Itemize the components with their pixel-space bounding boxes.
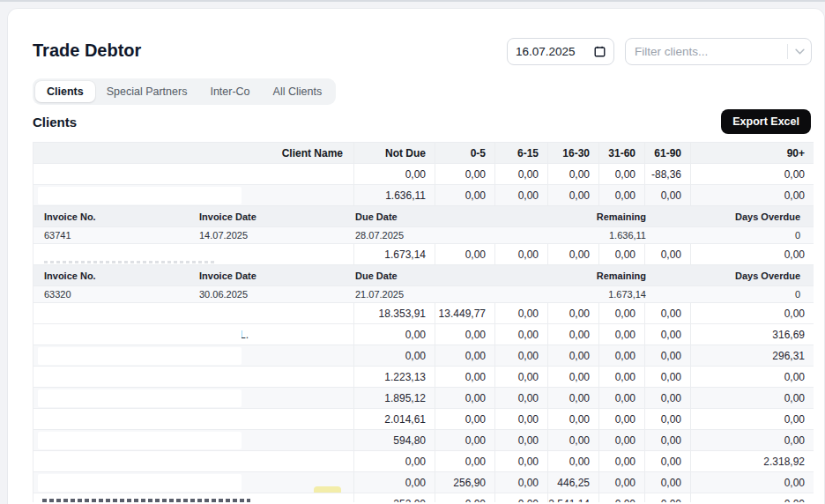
clients-aging-table: Client NameNot Due0-56-1516-3031-6061-90… — [33, 142, 814, 502]
aging-value-cell: 0,00 — [645, 430, 691, 451]
client-row[interactable]: 1.636,110,000,000,000,000,000,00 — [33, 185, 814, 206]
aging-value-cell: 0,00 — [691, 244, 814, 265]
client-row[interactable]: R.L.0,000,000,000,000,000,00316,69 — [33, 324, 814, 345]
section-title: Clients — [33, 115, 77, 130]
invoice-value: 30.06.2025 — [190, 289, 347, 300]
redacted-client-name — [38, 347, 242, 365]
aging-value-cell: 0,00 — [691, 164, 814, 185]
aging-value-cell: 0,00 — [599, 345, 645, 367]
aging-value-cell: 1.895,12 — [354, 388, 435, 409]
aging-value-cell: 0,00 — [645, 472, 691, 493]
export-excel-button[interactable]: Export Excel — [721, 109, 811, 134]
column-header: Not Due — [354, 143, 435, 164]
aging-value-cell: 0,00 — [548, 164, 599, 185]
client-name-cell — [33, 472, 354, 493]
aging-value-cell: 0,00 — [691, 493, 814, 503]
invoice-header-cell: Invoice No.Invoice DateDue DateRemaining… — [33, 265, 814, 286]
aging-value-cell: 0,00 — [645, 367, 691, 388]
aging-value-cell: 2.318,92 — [691, 451, 814, 472]
invoice-value: 1.636,11 — [497, 230, 654, 241]
aging-value-cell: 0,00 — [548, 244, 599, 265]
chevron-down-icon[interactable] — [788, 48, 811, 55]
client-row[interactable]: 0,000,000,000,000,000,00296,31 — [33, 345, 814, 367]
redacted-client-name — [38, 389, 242, 407]
client-row[interactable]: 2.014,610,000,000,000,000,000,00 — [33, 409, 814, 430]
invoice-column-header: Days Overdue — [654, 211, 813, 222]
date-input[interactable]: 16.07.2025 — [507, 38, 614, 65]
page-title: Trade Debtor — [33, 41, 141, 61]
aging-value-cell: 0,00 — [548, 430, 599, 451]
client-name-cell — [33, 409, 354, 430]
aging-value-cell: 296,31 — [691, 345, 814, 367]
client-row[interactable]: 594,800,000,000,000,000,000,00 — [33, 430, 814, 451]
aging-value-cell: 0,00 — [645, 388, 691, 409]
aging-value-cell: 0,00 — [645, 493, 691, 503]
aging-value-cell: 446,25 — [548, 472, 599, 493]
aging-value-cell: 0,00 — [435, 185, 495, 206]
tab-bar: ClientsSpecial PartnersInter-CoAll Clien… — [33, 78, 336, 105]
aging-value-cell: 0,00 — [495, 244, 548, 265]
invoice-header-row: Invoice No.Invoice DateDue DateRemaining… — [33, 265, 814, 286]
invoice-value: 21.07.2025 — [347, 289, 497, 300]
invoice-column-header: Due Date — [347, 271, 497, 281]
invoice-value: 63741 — [33, 230, 190, 241]
aging-value-cell: 316,69 — [691, 324, 814, 345]
aging-value-cell: 0,00 — [691, 472, 814, 493]
client-row[interactable]: 0,00256,900,00446,250,000,000,00 — [33, 472, 814, 493]
aging-value-cell: 0,00 — [495, 345, 548, 367]
aging-value-cell: 0,00 — [599, 185, 645, 206]
redacted-client-name — [38, 474, 242, 492]
client-row[interactable]: 1.673,140,000,000,000,000,000,00 — [33, 244, 814, 265]
redacted-client-name — [38, 453, 242, 471]
client-name-cell — [33, 345, 354, 367]
table-header-row: Client NameNot Due0-56-1516-3031-6061-90… — [33, 143, 814, 164]
invoice-row: 6374114.07.202528.07.20251.636,110 — [33, 227, 814, 244]
invoice-header-grid: Invoice No.Invoice DateDue DateRemaining… — [33, 265, 814, 285]
redacted-client-name — [38, 305, 242, 322]
client-row[interactable]: 1.223,130,000,000,000,000,000,00 — [33, 367, 814, 388]
aging-value-cell: 0,00 — [645, 345, 691, 367]
aging-value-cell: 0,00 — [435, 324, 495, 345]
aging-value-cell: 13.449,77 — [435, 303, 495, 324]
client-row[interactable]: 252,000,000,002.541,140,000,000,00 — [33, 493, 814, 503]
redacted-client-name — [38, 326, 242, 344]
aging-value-cell: 0,00 — [645, 303, 691, 324]
aging-value-cell: 0,00 — [495, 451, 548, 472]
aging-value-cell: 1.636,11 — [354, 185, 435, 206]
client-name-cell — [33, 451, 354, 472]
column-header: Client Name — [33, 143, 354, 164]
aging-value-cell: 0,00 — [645, 409, 691, 430]
tab-special-partners[interactable]: Special Partners — [95, 81, 199, 102]
aging-value-cell: 594,80 — [354, 430, 435, 451]
column-header: 31-60 — [599, 143, 645, 164]
client-filter-combobox[interactable]: Filter clients... — [625, 38, 812, 65]
aging-value-cell: 1.223,13 — [354, 367, 435, 388]
yellow-highlight-mark — [314, 486, 341, 493]
client-row[interactable]: 18.353,9113.449,770,000,000,000,000,00 — [33, 303, 814, 324]
invoice-column-header: Days Overdue — [654, 271, 813, 281]
aging-value-cell: 0,00 — [354, 324, 435, 345]
client-row[interactable]: 0,000,000,000,000,000,002.318,92 — [33, 451, 814, 472]
column-header: 90+ — [691, 143, 814, 164]
tab-inter-co[interactable]: Inter-Co — [198, 81, 261, 102]
aging-value-cell: 0,00 — [645, 324, 691, 345]
aging-value-cell: 0,00 — [691, 409, 814, 430]
client-row[interactable]: 1.895,120,000,000,000,000,000,00 — [33, 388, 814, 409]
aging-value-cell: 0,00 — [435, 451, 495, 472]
aging-value-cell: 0,00 — [548, 367, 599, 388]
aging-value-cell: 0,00 — [645, 451, 691, 472]
aging-value-cell: 0,00 — [435, 430, 495, 451]
tab-clients[interactable]: Clients — [35, 81, 95, 102]
aging-value-cell: 0,00 — [691, 367, 814, 388]
tab-all-clients[interactable]: All Clients — [262, 81, 334, 102]
aging-value-cell: 0,00 — [599, 367, 645, 388]
aging-value-cell: 0,00 — [495, 409, 548, 430]
aging-value-cell: 0,00 — [435, 164, 495, 185]
aging-value-cell: 0,00 — [354, 164, 435, 185]
aging-value-cell: 0,00 — [495, 324, 548, 345]
invoice-column-header: Invoice Date — [190, 211, 347, 222]
aging-value-cell: 0,00 — [548, 409, 599, 430]
invoice-row-grid: 6332030.06.202521.07.20251.673,140 — [33, 286, 814, 302]
client-row[interactable]: 0,000,000,000,000,00-88,360,00 — [33, 164, 814, 185]
calendar-icon[interactable] — [594, 46, 606, 57]
